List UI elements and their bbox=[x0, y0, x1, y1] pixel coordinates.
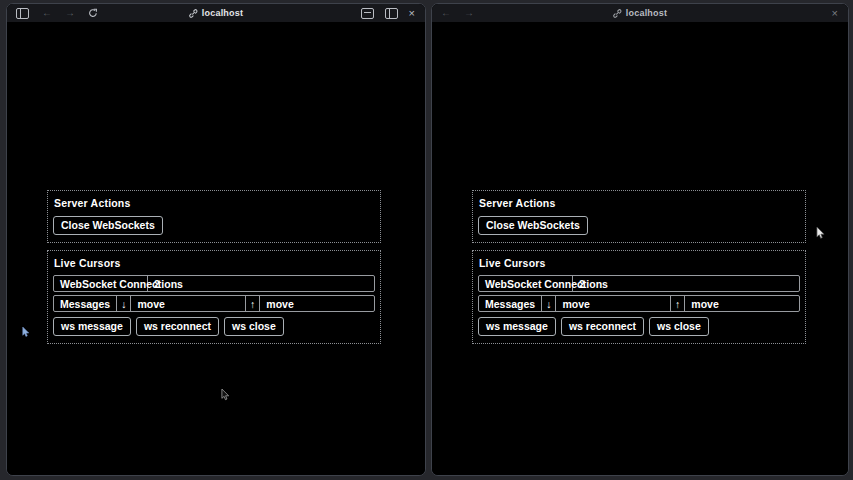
down-arrow-icon: ↓ bbox=[117, 296, 131, 311]
page-actions-icon[interactable] bbox=[361, 8, 374, 18]
up-arrow-icon: ↑ bbox=[246, 296, 260, 311]
incoming-event-value: move bbox=[556, 296, 671, 311]
ws-message-button[interactable]: ws message bbox=[478, 317, 556, 336]
messages-row: Messages ↓ move ↑ move bbox=[53, 295, 375, 312]
section-title: Server Actions bbox=[479, 197, 800, 209]
address-title: localhost bbox=[613, 4, 667, 22]
titlebar[interactable]: ← → localhost × bbox=[432, 4, 848, 22]
live-cursors-section: Live Cursors WebSocket Connections 2 Mes… bbox=[472, 250, 806, 344]
incoming-event-value: move bbox=[131, 296, 246, 311]
close-websockets-button[interactable]: Close WebSockets bbox=[478, 216, 588, 235]
address-title: localhost bbox=[189, 4, 243, 22]
ws-close-button[interactable]: ws close bbox=[224, 317, 284, 336]
ws-reconnect-button[interactable]: ws reconnect bbox=[561, 317, 644, 336]
titlebar[interactable]: ← → localhost × bbox=[7, 4, 425, 22]
section-title: Live Cursors bbox=[479, 257, 800, 269]
outgoing-event-value: move bbox=[685, 296, 799, 311]
close-icon[interactable]: × bbox=[409, 8, 415, 18]
outgoing-event-value: move bbox=[260, 296, 374, 311]
connections-row: WebSocket Connections 2 bbox=[478, 275, 800, 292]
messages-label: Messages bbox=[479, 296, 542, 311]
ws-close-button[interactable]: ws close bbox=[649, 317, 709, 336]
connections-value: 2 bbox=[148, 276, 374, 291]
messages-row: Messages ↓ move ↑ move bbox=[478, 295, 800, 312]
ws-buttons-row: ws message ws reconnect ws close bbox=[53, 317, 375, 336]
close-websockets-button[interactable]: Close WebSockets bbox=[53, 216, 163, 235]
page-content: Server Actions Close WebSockets Live Cur… bbox=[432, 22, 848, 475]
link-icon bbox=[613, 9, 622, 18]
browser-window-left: ← → localhost × Server Actions Close Web… bbox=[6, 3, 426, 476]
down-arrow-icon: ↓ bbox=[542, 296, 556, 311]
back-icon[interactable]: ← bbox=[441, 8, 451, 18]
messages-label: Messages bbox=[54, 296, 117, 311]
split-view-icon[interactable] bbox=[385, 8, 398, 18]
page-title: localhost bbox=[626, 8, 667, 18]
forward-icon[interactable]: → bbox=[464, 8, 474, 18]
connections-value: 2 bbox=[573, 276, 799, 291]
page-title: localhost bbox=[202, 8, 243, 18]
section-title: Server Actions bbox=[54, 197, 375, 209]
ws-buttons-row: ws message ws reconnect ws close bbox=[478, 317, 800, 336]
forward-icon[interactable]: → bbox=[65, 8, 75, 18]
connections-label: WebSocket Connections bbox=[54, 276, 148, 291]
ws-message-button[interactable]: ws message bbox=[53, 317, 131, 336]
page-content: Server Actions Close WebSockets Live Cur… bbox=[7, 22, 425, 475]
connections-label: WebSocket Connections bbox=[479, 276, 573, 291]
ws-reconnect-button[interactable]: ws reconnect bbox=[136, 317, 219, 336]
up-arrow-icon: ↑ bbox=[671, 296, 685, 311]
section-title: Live Cursors bbox=[54, 257, 375, 269]
connections-row: WebSocket Connections 2 bbox=[53, 275, 375, 292]
server-actions-section: Server Actions Close WebSockets bbox=[472, 190, 806, 243]
close-icon[interactable]: × bbox=[832, 8, 838, 18]
reload-icon[interactable] bbox=[88, 8, 98, 18]
server-actions-section: Server Actions Close WebSockets bbox=[47, 190, 381, 243]
browser-window-right: ← → localhost × Server Actions Close Web… bbox=[431, 3, 849, 476]
live-cursors-section: Live Cursors WebSocket Connections 2 Mes… bbox=[47, 250, 381, 344]
link-icon bbox=[189, 9, 198, 18]
back-icon[interactable]: ← bbox=[42, 8, 52, 18]
sidebar-toggle-icon[interactable] bbox=[16, 8, 29, 18]
